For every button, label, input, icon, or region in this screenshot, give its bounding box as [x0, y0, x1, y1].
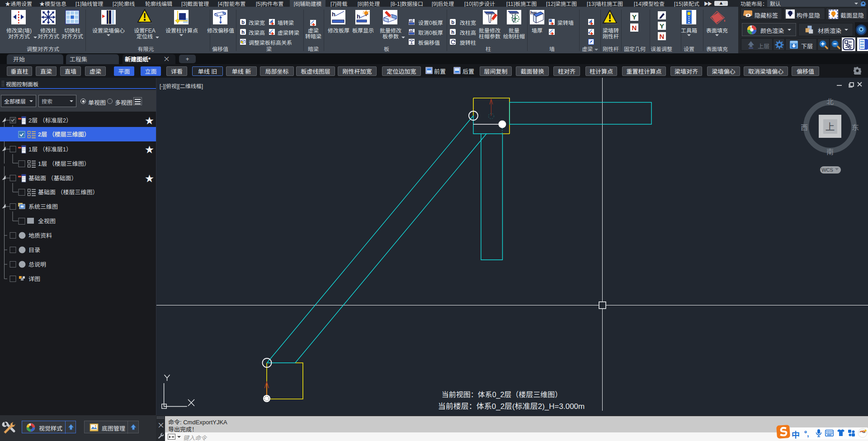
svg-text:h: h [451, 29, 454, 35]
svg-text:当前楼层：体系0_2层(标准层2)_H=3.000m: 当前楼层：体系0_2层(标准层2)_H=3.000m [438, 400, 585, 411]
svg-text:N: N [660, 32, 665, 40]
svg-text:WCS: WCS [821, 166, 833, 173]
svg-text:全视图: 全视图 [38, 216, 56, 225]
svg-text:★: ★ [145, 172, 154, 184]
svg-text:h: h [241, 29, 245, 35]
svg-text:西: 西 [801, 122, 808, 132]
svg-text:南: 南 [826, 146, 834, 157]
svg-text:地质资料: 地质资料 [28, 231, 52, 239]
svg-text:-0: -0 [410, 19, 412, 23]
svg-text:基础面 （基础面）: 基础面 （基础面） [28, 174, 77, 182]
svg-text:b: b [451, 19, 454, 25]
svg-text:★: ★ [145, 114, 154, 126]
svg-text:北: 北 [826, 96, 834, 107]
svg-text:Y: Y [660, 22, 664, 30]
svg-text:1层 （标准层1）: 1层 （标准层1） [28, 145, 72, 153]
svg-text:-h: -h [410, 29, 412, 33]
svg-text:★: ★ [145, 143, 154, 155]
svg-text:目录: 目录 [28, 245, 40, 254]
svg-text:N: N [632, 23, 637, 32]
svg-text:b: b [241, 19, 245, 25]
svg-text:h: h [357, 12, 360, 20]
svg-text:1层 （楼层三维图）: 1层 （楼层三维图） [38, 159, 90, 168]
svg-text:基础面 （楼层三维图）: 基础面 （楼层三维图） [38, 188, 99, 196]
svg-text:详图: 详图 [28, 274, 40, 283]
svg-text:上: 上 [826, 119, 835, 133]
svg-text:东: 东 [852, 122, 859, 132]
svg-text:2层 （标准层2）: 2层 （标准层2） [28, 116, 72, 124]
svg-text:Y: Y [632, 13, 637, 21]
svg-text:系统三维图: 系统三维图 [28, 202, 58, 211]
svg-text:2层 （楼层三维图）: 2层 （楼层三维图） [38, 130, 90, 138]
svg-text:h: h [332, 10, 335, 18]
svg-text:总说明: 总说明 [28, 260, 46, 268]
svg-text:当前视图：体系0_2层（楼层三维图）: 当前视图：体系0_2层（楼层三维图） [442, 389, 562, 399]
